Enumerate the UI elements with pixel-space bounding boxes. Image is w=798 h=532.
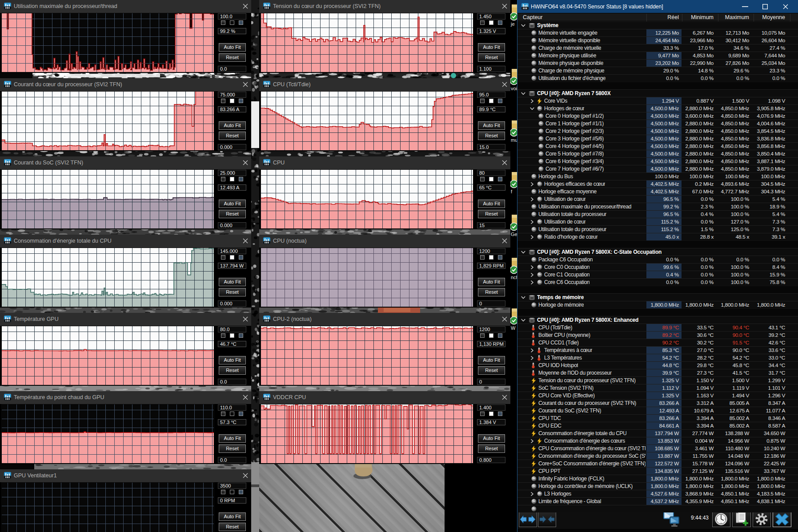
svg-text:mu: mu [511, 137, 517, 143]
svg-text:nch: nch [511, 275, 517, 280]
svg-text:Ges: Ges [511, 232, 517, 237]
svg-text:je: je [510, 21, 515, 27]
svg-text:voi: voi [511, 86, 517, 91]
svg-text:f: f [511, 189, 513, 194]
svg-text:W: W [511, 325, 516, 331]
